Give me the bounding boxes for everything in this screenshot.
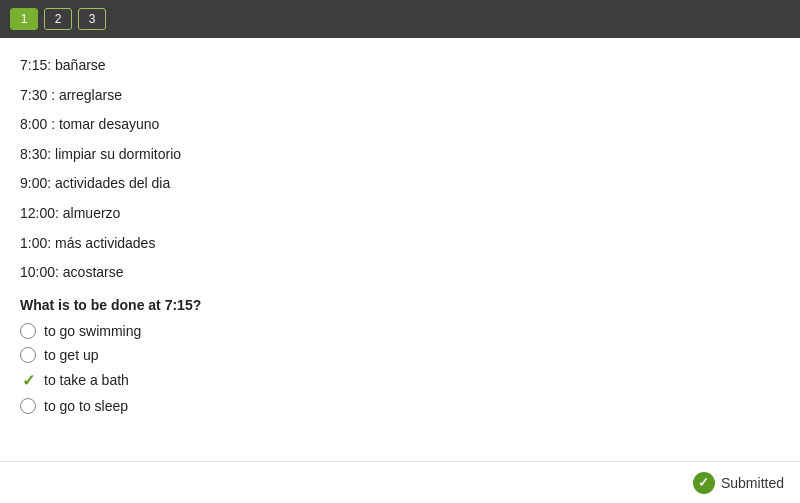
answer-label-2: to get up [44, 347, 99, 363]
radio-1[interactable] [20, 323, 36, 339]
footer: ✓ Submitted [0, 461, 800, 503]
tab-1[interactable]: 1 [10, 8, 38, 30]
schedule-item-5: 9:00: actividades del dia [20, 174, 780, 194]
schedule-item-7: 1:00: más actividades [20, 234, 780, 254]
answer-label-1: to go swimming [44, 323, 141, 339]
schedule-item-2: 7:30 : arreglarse [20, 86, 780, 106]
schedule-item-3: 8:00 : tomar desayuno [20, 115, 780, 135]
submitted-badge: ✓ Submitted [693, 472, 784, 494]
schedule-item-8: 10:00: acostarse [20, 263, 780, 283]
content-area: 7:15: bañarse 7:30 : arreglarse 8:00 : t… [0, 38, 800, 503]
answer-option-2[interactable]: to get up [20, 347, 780, 363]
question-text: What is to be done at 7:15? [20, 297, 780, 313]
answer-label-4: to go to sleep [44, 398, 128, 414]
answer-label-3: to take a bath [44, 372, 129, 388]
main-content: 7:15: bañarse 7:30 : arreglarse 8:00 : t… [0, 38, 800, 461]
answer-option-1[interactable]: to go swimming [20, 323, 780, 339]
tab-2[interactable]: 2 [44, 8, 72, 30]
radio-4[interactable] [20, 398, 36, 414]
tab-3[interactable]: 3 [78, 8, 106, 30]
submitted-icon: ✓ [693, 472, 715, 494]
schedule-item-1: 7:15: bañarse [20, 56, 780, 76]
submitted-label: Submitted [721, 475, 784, 491]
answer-option-3[interactable]: ✓ to take a bath [20, 371, 780, 390]
radio-2[interactable] [20, 347, 36, 363]
tab-bar: 1 2 3 [0, 0, 800, 38]
schedule-item-6: 12:00: almuerzo [20, 204, 780, 224]
answer-option-4[interactable]: to go to sleep [20, 398, 780, 414]
schedule-item-4: 8:30: limpiar su dormitorio [20, 145, 780, 165]
checkmark-icon: ✓ [20, 371, 36, 390]
